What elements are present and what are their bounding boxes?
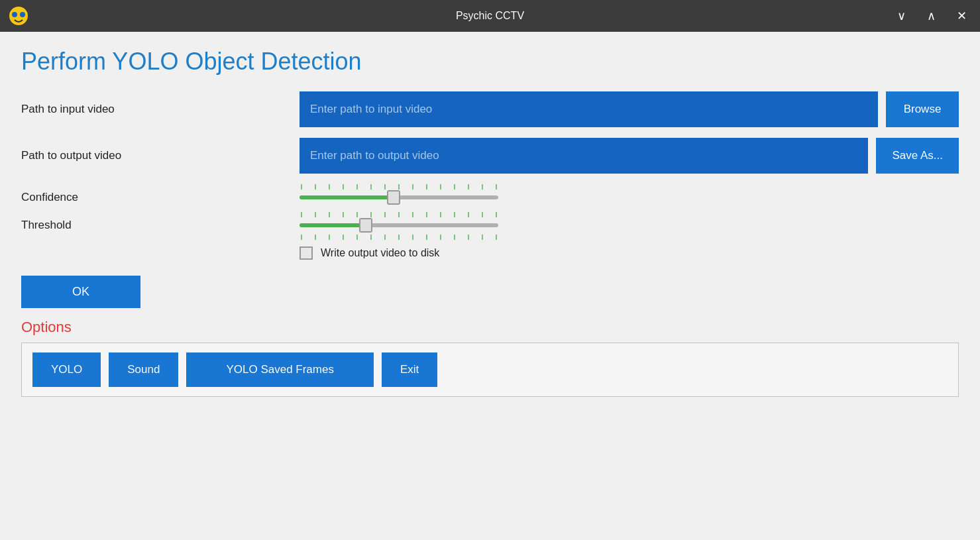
output-video-field[interactable] [299,138,868,174]
tick [356,184,358,189]
tick [301,212,302,217]
options-panel: YOLO Sound YOLO Saved Frames Exit [21,343,959,397]
window-controls: ∨ ∧ ✕ [892,7,972,25]
input-video-row: Path to input video Browse [21,91,959,127]
page-title: Perform YOLO Object Detection [21,48,959,76]
confidence-slider[interactable] [299,195,498,199]
threshold-row: Threshold [21,219,959,232]
tick [440,212,441,217]
output-video-label: Path to output video [21,149,299,162]
tick [426,212,427,217]
yolo-nav-button[interactable]: YOLO [32,352,101,387]
tick [343,212,344,217]
tick [482,184,483,189]
input-video-label: Path to input video [21,103,299,116]
tick [482,235,483,240]
threshold-section: Threshold [21,212,959,241]
tick [301,235,302,240]
ok-button[interactable]: OK [21,276,140,308]
tick [384,212,386,217]
tick [454,235,455,240]
maximize-button[interactable]: ∧ [922,7,941,25]
exit-nav-button[interactable]: Exit [382,352,437,387]
form-area: Path to input video Browse Path to outpu… [21,91,959,276]
tick [329,235,330,240]
sound-nav-button[interactable]: Sound [109,352,178,387]
tick [454,212,455,217]
threshold-bottom-ticks [299,235,498,240]
app-title: Psychic CCTV [456,10,524,22]
tick [496,212,497,217]
checkbox-row: Write output video to disk [299,246,959,260]
confidence-section: Confidence [21,184,959,207]
minimize-button[interactable]: ∨ [892,7,911,25]
tick [496,235,497,240]
titlebar: Psychic CCTV ∨ ∧ ✕ [0,0,980,32]
checkbox-label: Write output video to disk [321,247,439,259]
tick [343,235,344,240]
tick [398,212,400,217]
tick [468,212,469,217]
input-video-group: Browse [299,91,959,127]
tick [440,184,441,189]
tick [370,212,372,217]
input-video-field[interactable] [299,91,878,127]
tick [329,212,330,217]
tick [412,235,413,240]
tick [412,184,413,189]
threshold-label: Threshold [21,219,299,232]
threshold-ticks-row [299,212,959,217]
tick [356,235,358,240]
tick [370,235,372,240]
tick [496,184,497,189]
write-video-checkbox[interactable] [299,246,313,260]
close-button[interactable]: ✕ [952,7,972,25]
threshold-bottom-ticks-row [299,235,959,240]
yolo-saved-frames-nav-button[interactable]: YOLO Saved Frames [186,352,374,387]
tick [426,235,427,240]
threshold-ticks [299,212,498,217]
tick [370,184,372,189]
tick [329,184,330,189]
tick [315,235,316,240]
tick [315,212,316,217]
tick [468,184,469,189]
tick [426,184,427,189]
tick [482,212,483,217]
output-video-row: Path to output video Save As... [21,138,959,174]
options-label: Options [21,319,959,336]
save-as-button[interactable]: Save As... [876,138,959,174]
confidence-row: Confidence [21,191,959,204]
svg-point-1 [12,12,17,17]
browse-button[interactable]: Browse [886,91,959,127]
main-content: Perform YOLO Object Detection Path to in… [0,32,980,540]
tick [356,212,358,217]
tick [384,235,386,240]
confidence-ticks-row [299,184,959,189]
app-logo [8,5,29,27]
confidence-label: Confidence [21,191,299,204]
output-video-group: Save As... [299,138,959,174]
tick [468,235,469,240]
tick [440,235,441,240]
tick [384,184,386,189]
tick [398,235,400,240]
threshold-slider[interactable] [299,223,498,227]
tick [301,184,302,189]
tick [315,184,316,189]
tick [454,184,455,189]
tick [343,184,344,189]
tick [412,212,413,217]
svg-point-2 [20,12,25,17]
tick [398,184,400,189]
confidence-ticks [299,184,498,189]
